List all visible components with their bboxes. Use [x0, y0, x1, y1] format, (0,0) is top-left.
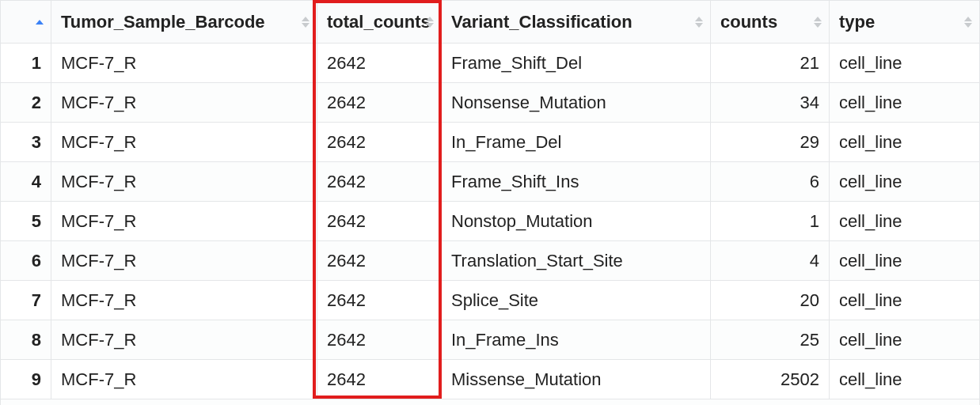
- cell-counts: 6: [711, 162, 830, 202]
- cell-variant-classification: In_Frame_Ins: [442, 320, 711, 360]
- cell-counts: 20: [711, 281, 830, 320]
- sort-asc-icon: [302, 17, 310, 21]
- cell-tumor-sample-barcode: MCF-7_R: [51, 202, 317, 241]
- cell-row-index: 3: [1, 123, 51, 162]
- cell-counts: 21: [711, 44, 830, 83]
- table-row[interactable]: 4 MCF-7_R 2642 Frame_Shift_Ins 6 cell_li…: [1, 162, 980, 202]
- cell-total-counts: 2642: [317, 162, 442, 202]
- header-counts[interactable]: counts: [711, 1, 830, 44]
- header-label: counts: [720, 12, 777, 32]
- table-footer-spacer: [1, 399, 980, 406]
- cell-row-index: 2: [1, 83, 51, 123]
- cell-variant-classification: Nonstop_Mutation: [442, 202, 711, 241]
- cell-row-index: 8: [1, 320, 51, 360]
- cell-type: cell_line: [830, 281, 980, 320]
- header-row-index[interactable]: [1, 1, 51, 44]
- cell-counts: 1: [711, 202, 830, 241]
- sort-control-tot[interactable]: [425, 14, 435, 30]
- cell-tumor-sample-barcode: MCF-7_R: [51, 123, 317, 162]
- header-label: Tumor_Sample_Barcode: [61, 12, 265, 32]
- cell-row-index: 9: [1, 360, 51, 399]
- header-label: type: [839, 12, 875, 32]
- cell-type: cell_line: [830, 202, 980, 241]
- sort-asc-icon: [814, 17, 822, 21]
- cell-variant-classification: In_Frame_Del: [442, 123, 711, 162]
- sort-asc-icon: [36, 20, 44, 25]
- sort-desc-icon: [964, 23, 972, 28]
- cell-counts: 34: [711, 83, 830, 123]
- cell-row-index: 4: [1, 162, 51, 202]
- cell-type: cell_line: [830, 360, 980, 399]
- header-label: Variant_Classification: [451, 12, 632, 32]
- cell-total-counts: 2642: [317, 360, 442, 399]
- cell-total-counts: 2642: [317, 123, 442, 162]
- header-type[interactable]: type: [830, 1, 980, 44]
- cell-type: cell_line: [830, 320, 980, 360]
- cell-total-counts: 2642: [317, 202, 442, 241]
- cell-row-index: 7: [1, 281, 51, 320]
- table-row[interactable]: 8 MCF-7_R 2642 In_Frame_Ins 25 cell_line: [1, 320, 980, 360]
- cell-tumor-sample-barcode: MCF-7_R: [51, 281, 317, 320]
- cell-type: cell_line: [830, 123, 980, 162]
- cell-variant-classification: Splice_Site: [442, 281, 711, 320]
- cell-tumor-sample-barcode: MCF-7_R: [51, 44, 317, 83]
- table-row[interactable]: 5 MCF-7_R 2642 Nonstop_Mutation 1 cell_l…: [1, 202, 980, 241]
- cell-total-counts: 2642: [317, 320, 442, 360]
- table-row[interactable]: 7 MCF-7_R 2642 Splice_Site 20 cell_line: [1, 281, 980, 320]
- cell-total-counts: 2642: [317, 281, 442, 320]
- cell-counts: 25: [711, 320, 830, 360]
- cell-total-counts: 2642: [317, 83, 442, 123]
- sort-control-vc[interactable]: [694, 14, 704, 30]
- table-row[interactable]: 3 MCF-7_R 2642 In_Frame_Del 29 cell_line: [1, 123, 980, 162]
- cell-total-counts: 2642: [317, 44, 442, 83]
- table-row[interactable]: 9 MCF-7_R 2642 Missense_Mutation 2502 ce…: [1, 360, 980, 399]
- sort-desc-icon: [302, 23, 310, 28]
- cell-type: cell_line: [830, 241, 980, 281]
- cell-variant-classification: Nonsense_Mutation: [442, 83, 711, 123]
- cell-type: cell_line: [830, 44, 980, 83]
- header-label: total_counts: [327, 12, 431, 32]
- cell-counts: 4: [711, 241, 830, 281]
- header-variant-classification[interactable]: Variant_Classification: [442, 1, 711, 44]
- cell-tumor-sample-barcode: MCF-7_R: [51, 320, 317, 360]
- cell-variant-classification: Translation_Start_Site: [442, 241, 711, 281]
- cell-variant-classification: Frame_Shift_Ins: [442, 162, 711, 202]
- sort-asc-icon: [695, 17, 703, 21]
- cell-total-counts: 2642: [317, 241, 442, 281]
- cell-tumor-sample-barcode: MCF-7_R: [51, 360, 317, 399]
- cell-tumor-sample-barcode: MCF-7_R: [51, 162, 317, 202]
- cell-variant-classification: Frame_Shift_Del: [442, 44, 711, 83]
- sort-control-type[interactable]: [963, 14, 973, 30]
- table-row[interactable]: 2 MCF-7_R 2642 Nonsense_Mutation 34 cell…: [1, 83, 980, 123]
- table-row[interactable]: 1 MCF-7_R 2642 Frame_Shift_Del 21 cell_l…: [1, 44, 980, 83]
- sort-control-idx[interactable]: [35, 14, 44, 30]
- cell-counts: 29: [711, 123, 830, 162]
- cell-row-index: 6: [1, 241, 51, 281]
- table-header-row: Tumor_Sample_Barcode total_counts Varian…: [1, 1, 980, 44]
- sort-desc-icon: [814, 23, 822, 28]
- cell-variant-classification: Missense_Mutation: [442, 360, 711, 399]
- cell-type: cell_line: [830, 83, 980, 123]
- sort-control-cnt[interactable]: [813, 14, 822, 30]
- header-total-counts[interactable]: total_counts: [317, 1, 442, 44]
- sort-desc-icon: [426, 23, 434, 28]
- cell-tumor-sample-barcode: MCF-7_R: [51, 241, 317, 281]
- cell-type: cell_line: [830, 162, 980, 202]
- cell-row-index: 1: [1, 44, 51, 83]
- table-row[interactable]: 6 MCF-7_R 2642 Translation_Start_Site 4 …: [1, 241, 980, 281]
- header-tumor-sample-barcode[interactable]: Tumor_Sample_Barcode: [51, 1, 317, 44]
- cell-row-index: 5: [1, 202, 51, 241]
- sort-asc-icon: [426, 17, 434, 21]
- sort-asc-icon: [964, 17, 972, 21]
- cell-tumor-sample-barcode: MCF-7_R: [51, 83, 317, 123]
- cell-counts: 2502: [711, 360, 830, 399]
- data-table: Tumor_Sample_Barcode total_counts Varian…: [0, 0, 980, 405]
- table-body: 1 MCF-7_R 2642 Frame_Shift_Del 21 cell_l…: [1, 44, 980, 406]
- sort-control-tsb[interactable]: [301, 14, 310, 30]
- sort-desc-icon: [695, 23, 703, 28]
